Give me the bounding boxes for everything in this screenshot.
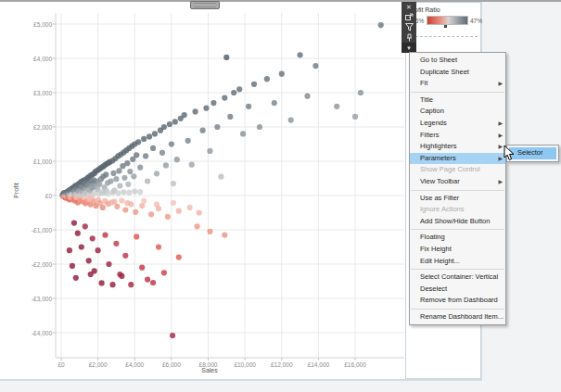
submenu-arrow-icon: ▶ — [498, 118, 503, 130]
menu-item-deselect[interactable]: Deselect — [410, 284, 505, 296]
use-as-filter-icon[interactable] — [402, 22, 416, 32]
menu-item-show-page-control: Show Page Control — [410, 164, 505, 176]
close-icon[interactable]: ✕ — [402, 2, 416, 12]
object-toolbar: ✕▾ — [402, 2, 416, 53]
y-tick-label: £0 — [20, 193, 52, 199]
y-tick-label: £4,000 — [20, 56, 52, 62]
submenu-arrow-icon: ▶ — [498, 78, 503, 90]
y-tick-label: £5,000 — [20, 21, 52, 28]
menu-item-remove-from-dashboard[interactable]: Remove from Dashboard — [410, 295, 505, 307]
menu-item-legends[interactable]: Legends▶ — [410, 118, 505, 130]
menu-item-rename-dashboard-item[interactable]: Rename Dashboard Item... — [410, 311, 505, 323]
parameters-submenu: Selector — [506, 145, 559, 162]
menu-item-ignore-actions: Ignore Actions — [410, 204, 505, 216]
submenu-arrow-icon: ▶ — [498, 141, 503, 153]
menu-item-edit-height[interactable]: Edit Height... — [410, 256, 505, 268]
menu-item-highlighters[interactable]: Highlighters▶ — [410, 141, 505, 153]
menu-item-select-container-vertical[interactable]: Select Container: Vertical — [410, 272, 505, 284]
tableau-dashboard-screen: Profit Sales £5,000£4,000£3,000£2,000£1,… — [0, 0, 561, 392]
submenu-arrow-icon: ▶ — [498, 176, 503, 188]
y-axis-title: Profit — [13, 183, 19, 197]
y-tick-label: £3,000 — [20, 90, 52, 96]
x-tick-label: £12,000 — [263, 361, 300, 368]
menu-separator — [411, 229, 504, 230]
legend-gradient-marker — [444, 25, 447, 28]
menu-item-fit[interactable]: Fit▶ — [410, 78, 505, 90]
legend-max-label: 47% — [470, 18, 482, 24]
menu-item-floating[interactable]: Floating — [410, 232, 505, 244]
x-tick-label: £8,000 — [190, 361, 227, 368]
menu-item-use-as-filter[interactable]: Use as Filter — [410, 193, 505, 205]
object-drag-handle[interactable] — [190, 1, 220, 9]
x-tick-label: £14,000 — [300, 361, 337, 368]
menu-item-add-show-hide-button[interactable]: Add Show/Hide Button — [410, 216, 505, 228]
x-tick-label: £10,000 — [226, 361, 263, 368]
legend-gradient-bar[interactable] — [427, 16, 468, 25]
menu-item-title[interactable]: Title — [410, 95, 505, 107]
container-drop-indicator — [411, 36, 478, 37]
x-tick-label: £2,000 — [80, 361, 117, 368]
menu-separator — [411, 190, 504, 191]
context-menu: Go to SheetDuplicate SheetFit▶TitleCapti… — [409, 52, 506, 325]
pin-icon[interactable] — [402, 32, 416, 43]
menu-item-parameters[interactable]: Parameters▶ — [410, 153, 505, 165]
menu-item-filters[interactable]: Filters▶ — [410, 130, 505, 142]
menu-item-duplicate-sheet[interactable]: Duplicate Sheet — [410, 67, 505, 79]
scatter-points[interactable] — [59, 22, 384, 338]
submenu-arrow-icon: ▶ — [498, 130, 503, 142]
menu-item-go-to-sheet[interactable]: Go to Sheet — [410, 55, 505, 67]
menu-separator — [411, 269, 504, 270]
menu-separator — [411, 309, 504, 310]
menu-item-caption[interactable]: Caption — [410, 106, 505, 118]
submenu-item-selector[interactable]: Selector — [509, 147, 556, 159]
menu-item-view-toolbar[interactable]: View Toolbar▶ — [410, 176, 505, 188]
y-tick-label: -£3,000 — [20, 296, 52, 302]
y-tick-label: -£1,000 — [20, 227, 52, 234]
y-tick-label: £1,000 — [20, 158, 52, 165]
y-tick-label: -£4,000 — [20, 330, 52, 336]
x-tick-label: £16,000 — [337, 361, 374, 368]
x-tick-label: £4,000 — [116, 361, 153, 368]
scatter-plot-svg[interactable] — [0, 2, 405, 379]
menu-item-fix-height[interactable]: Fix Height — [410, 244, 505, 256]
menu-separator — [411, 92, 504, 93]
y-tick-label: -£2,000 — [20, 261, 52, 268]
y-tick-label: £2,000 — [20, 124, 52, 131]
scatter-chart[interactable]: Profit Sales £5,000£4,000£3,000£2,000£1,… — [0, 2, 405, 379]
x-tick-label: £0 — [43, 361, 80, 368]
submenu-arrow-icon: ▶ — [498, 153, 503, 165]
x-tick-label: £6,000 — [153, 361, 190, 368]
go-to-sheet-export-icon[interactable] — [402, 12, 416, 22]
x-axis-title: Sales — [189, 367, 230, 373]
